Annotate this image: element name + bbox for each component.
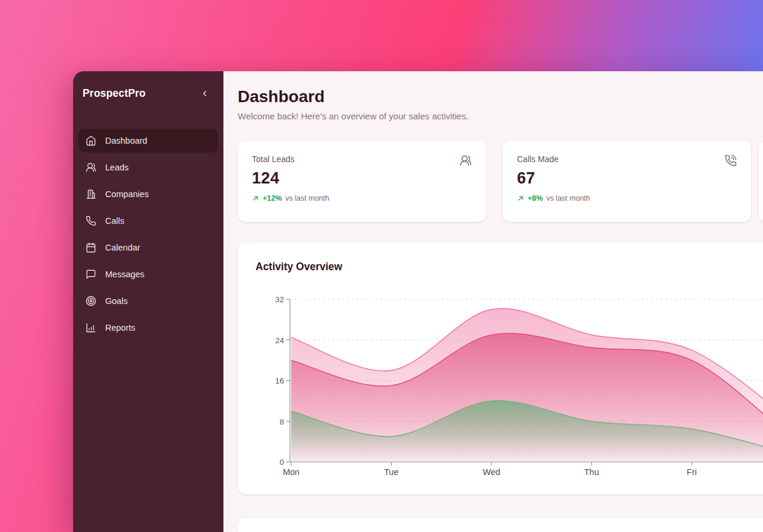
sidebar: ProspectPro Dashboard Leads (73, 71, 223, 532)
sidebar-item-label: Leads (105, 163, 129, 172)
svg-text:24: 24 (275, 336, 285, 345)
app-window: ProspectPro Dashboard Leads (73, 71, 763, 532)
chevron-left-icon (200, 89, 209, 98)
sidebar-item-label: Calendar (105, 243, 140, 252)
svg-text:Tue: Tue (384, 467, 398, 477)
sidebar-header: ProspectPro (73, 71, 223, 106)
svg-text:Thu: Thu (584, 467, 599, 477)
stat-value: 124 (252, 169, 472, 188)
activity-area-chart: 08162432MonTueWedThuFri (238, 243, 763, 495)
users-icon (86, 162, 96, 173)
stat-change-percent: +12% (263, 194, 282, 202)
svg-text:Wed: Wed (483, 467, 500, 477)
trend-up-icon (252, 195, 259, 202)
svg-text:32: 32 (275, 295, 284, 304)
svg-text:Mon: Mon (283, 467, 299, 477)
stat-card-total-leads: Total Leads 124 +12% vs last month (238, 141, 486, 222)
stat-change-suffix: vs last month (285, 194, 329, 202)
sidebar-item-companies[interactable]: Companies (78, 182, 218, 206)
svg-text:8: 8 (279, 417, 284, 426)
bar-chart-icon (86, 322, 96, 333)
sidebar-item-reports[interactable]: Reports (78, 316, 218, 340)
phone-icon (86, 216, 96, 226)
stat-change-percent: +8% (528, 194, 543, 202)
page-subtitle: Welcome back! Here's an overview of your… (238, 110, 763, 123)
stat-change: +8% vs last month (517, 194, 737, 202)
svg-text:0: 0 (279, 458, 284, 467)
sidebar-item-calendar[interactable]: Calendar (78, 236, 218, 259)
sidebar-item-calls[interactable]: Calls (78, 209, 218, 233)
message-icon (86, 269, 96, 280)
next-section-card-clipped (238, 518, 763, 532)
sidebar-item-dashboard[interactable]: Dashboard (78, 129, 218, 153)
stat-value: 67 (517, 169, 737, 188)
stat-change: +12% vs last month (252, 194, 472, 202)
page-title: Dashboard (238, 87, 763, 107)
sidebar-collapse-button[interactable] (198, 87, 212, 100)
stat-card-clipped (759, 141, 763, 222)
svg-text:16: 16 (275, 376, 284, 385)
sidebar-item-label: Goals (105, 296, 128, 306)
stat-card-calls-made: Calls Made 67 +8% vs last month (503, 141, 751, 222)
activity-overview-card: Activity Overview 08162432MonTueWedThuFr… (238, 243, 763, 495)
building-icon (86, 189, 96, 200)
main-content: Dashboard Welcome back! Here's an overvi… (223, 71, 763, 532)
stats-row: Total Leads 124 +12% vs last month Calls… (238, 141, 763, 222)
sidebar-item-label: Dashboard (105, 136, 147, 145)
sidebar-item-label: Reports (105, 323, 135, 332)
stat-label: Total Leads (252, 154, 472, 164)
stat-label: Calls Made (517, 154, 737, 164)
brand-logo: ProspectPro (83, 87, 146, 100)
home-icon (86, 135, 96, 146)
sidebar-item-label: Companies (105, 189, 149, 199)
calendar-icon (86, 242, 96, 253)
target-icon (86, 296, 96, 306)
svg-text:Fri: Fri (687, 467, 697, 477)
stat-change-suffix: vs last month (546, 194, 590, 202)
trend-up-icon (517, 195, 524, 202)
users-round-icon (459, 154, 472, 167)
sidebar-item-label: Messages (105, 270, 144, 279)
sidebar-item-label: Calls (105, 216, 124, 226)
sidebar-item-goals[interactable]: Goals (78, 289, 218, 313)
sidebar-nav: Dashboard Leads Companies Calls (73, 129, 223, 340)
phone-call-icon (724, 154, 737, 167)
sidebar-item-messages[interactable]: Messages (78, 262, 218, 286)
sidebar-item-leads[interactable]: Leads (78, 156, 218, 179)
